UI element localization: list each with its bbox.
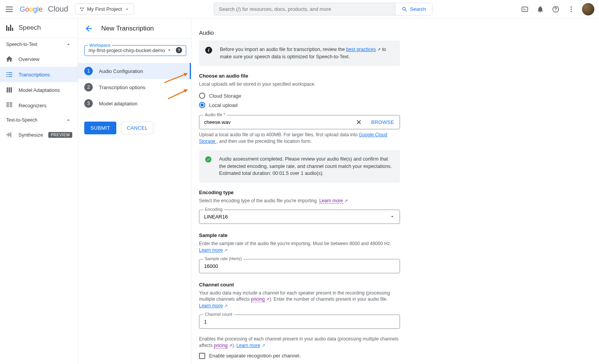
sliders-icon (5, 86, 13, 94)
more-options-icon[interactable] (567, 5, 576, 14)
step-audio-configuration[interactable]: 1Audio Configuration (78, 63, 191, 79)
submit-button[interactable]: SUBMIT (84, 122, 116, 134)
sidebar-item-overview[interactable]: Overview (0, 51, 78, 67)
external-link-icon: ↗ (224, 248, 228, 252)
encoding-subtext: Select the encoding type of the audio fi… (199, 198, 400, 204)
info-icon: i (205, 47, 212, 54)
page-header: New Transcription (78, 19, 191, 39)
sample-rate-input[interactable] (199, 259, 400, 273)
external-link-icon: ↗ (224, 303, 228, 308)
channel-count-input[interactable] (199, 315, 400, 328)
workspace-select[interactable]: Workspace my-first-project-chirp-bucket-… (84, 45, 186, 56)
encoding-heading: Encoding type (199, 190, 400, 195)
choose-file-heading: Choose an audio file (199, 73, 400, 79)
sidebar-item-recognizers[interactable]: Recognizers (0, 98, 78, 113)
learn-more-sample-link[interactable]: Learn more (199, 247, 223, 253)
speech-product-icon (6, 25, 13, 31)
search-button[interactable]: Search (395, 3, 432, 15)
sidebar-item-model-adaptations[interactable]: Model Adaptations (0, 82, 78, 98)
choose-file-subtext: Local uploads will be stored in your spe… (199, 81, 400, 88)
google-cloud-logo[interactable]: Google Cloud (19, 5, 68, 14)
page-title: New Transcription (101, 25, 154, 32)
sidebar-item-label: Synthesize (19, 132, 43, 138)
user-avatar[interactable] (582, 3, 594, 15)
hamburger-menu-icon[interactable] (5, 5, 14, 14)
sidebar-item-synthesize[interactable]: Synthesize PREVIEW (0, 127, 78, 142)
audio-file-input[interactable] (199, 115, 352, 129)
product-name: Speech (19, 24, 41, 32)
pricing-link[interactable]: pricing (251, 296, 265, 302)
step-model-adaptation[interactable]: 3Model adaptation (78, 95, 191, 112)
content-area: New Transcription Workspace my-first-pro… (78, 19, 599, 364)
section-heading-audio: Audio (199, 29, 400, 36)
cloud-shell-icon[interactable] (520, 5, 529, 14)
radio-local-upload[interactable]: Local upload (199, 100, 400, 110)
upload-help-text: Upload a local audio file of up to 400MB… (199, 132, 400, 145)
sidebar-item-label: Transcriptions (19, 72, 50, 78)
external-link-icon: ↗ (377, 47, 381, 52)
workspace-help-icon[interactable]: ? (176, 47, 182, 53)
workspace-value: my-first-project-chirp-bucket-demo (88, 47, 165, 53)
nav-section-stt[interactable]: Speech-to-Text (0, 37, 78, 51)
separate-recognition-checkbox-row: Enable separate recognition per channel. (199, 353, 400, 359)
external-link-icon: ↗ (344, 198, 348, 203)
search-button-label: Search (410, 6, 426, 12)
channel-count-field: Channel count (199, 315, 400, 329)
step-label: Transcription options (99, 85, 145, 90)
step-transcription-options[interactable]: 2Transcription options (78, 79, 191, 95)
chevron-up-icon (65, 117, 71, 123)
chevron-down-icon (124, 7, 130, 12)
external-link-icon: ↗ (266, 297, 269, 301)
svg-point-1 (80, 7, 82, 9)
search-input[interactable] (214, 3, 395, 15)
workspace-label: Workspace (88, 43, 112, 47)
encoding-select[interactable]: Encoding (199, 210, 400, 224)
radio-cloud-storage[interactable]: Cloud Storage (199, 91, 400, 100)
back-arrow-icon[interactable] (84, 24, 94, 33)
svg-text:Google: Google (20, 5, 43, 13)
checkbox-label: Enable separate recognition per channel. (209, 353, 301, 359)
learn-more-separate-link[interactable]: Learn more (237, 343, 260, 348)
notifications-icon[interactable] (536, 5, 545, 14)
best-practices-link[interactable]: best practices (346, 47, 376, 52)
sidebar-item-label: Model Adaptations (19, 87, 60, 93)
field-label: Encoding (203, 207, 224, 212)
learn-more-encoding-link[interactable]: Learn more (319, 198, 343, 204)
step-label: Model adaptation (99, 101, 138, 107)
cancel-button[interactable]: CANCEL (121, 122, 154, 134)
sidebar-item-transcriptions[interactable]: Transcriptions (0, 67, 78, 82)
svg-point-6 (570, 6, 572, 7)
encoding-value (199, 210, 390, 223)
sample-rate-heading: Sample rate (199, 232, 400, 238)
audio-config-form: Audio i Before you import an audio file … (191, 19, 408, 364)
nav-section-tts[interactable]: Text-to-Speech (0, 113, 78, 127)
svg-point-8 (570, 11, 572, 12)
chevron-down-icon (390, 214, 395, 219)
search-container: Search (214, 3, 432, 15)
field-label: Channel count (203, 312, 234, 317)
svg-point-3 (82, 10, 83, 11)
separate-recognition-checkbox[interactable] (199, 353, 205, 359)
field-label: Audio file * (203, 112, 227, 117)
google-logo-icon: Google (19, 5, 46, 14)
help-icon[interactable] (551, 5, 560, 14)
sidebar-item-label: Recognizers (19, 103, 46, 108)
left-sidebar: Speech Speech-to-Text Overview Transcrip… (0, 19, 78, 364)
browse-button[interactable]: BROWSE (366, 119, 400, 125)
sidebar-item-label: Overview (19, 56, 39, 62)
top-header: Google Cloud My First Project Search (0, 0, 599, 19)
product-header: Speech (0, 19, 78, 37)
pricing-link-2[interactable]: pricing (214, 343, 227, 349)
clear-file-icon[interactable]: ✕ (352, 118, 366, 127)
channel-count-subtext: Your audio data may include a channel fo… (199, 290, 400, 309)
stepper-column: New Transcription Workspace my-first-pro… (78, 19, 191, 364)
waveform-icon (5, 131, 13, 139)
sample-rate-field: Sample rate (Hertz) (199, 259, 400, 273)
field-label: Sample rate (Hertz) (203, 256, 243, 261)
project-selector[interactable]: My First Project (75, 3, 134, 15)
svg-point-7 (570, 8, 572, 10)
learn-more-channel-link[interactable]: Learn more (199, 303, 223, 308)
separate-recognition-text: Enables the processing of each channel p… (199, 336, 400, 349)
svg-point-2 (82, 7, 84, 9)
header-utility-icons (520, 3, 594, 15)
